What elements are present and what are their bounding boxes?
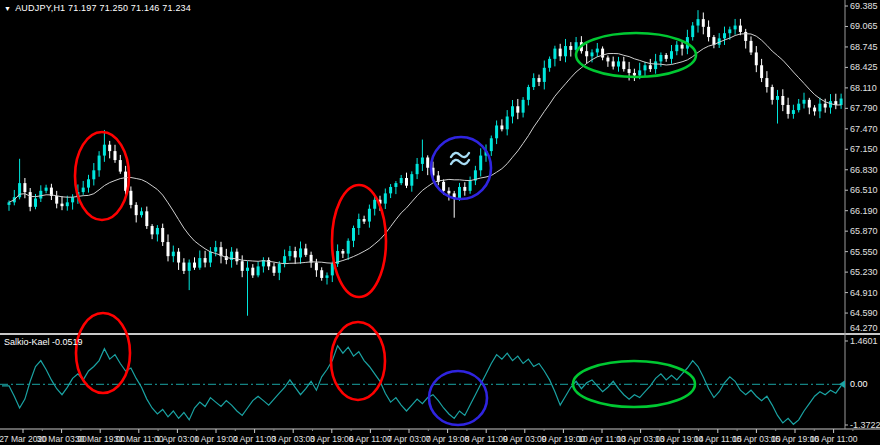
candle-body	[463, 187, 466, 191]
candle-body	[808, 100, 811, 108]
candle-body	[34, 199, 37, 207]
candle-body	[135, 205, 138, 215]
candle-body	[538, 78, 541, 82]
candle-body	[803, 100, 806, 104]
candle-body	[543, 68, 546, 82]
candle-body	[548, 59, 551, 68]
candle-body	[98, 156, 101, 171]
candle-body	[320, 270, 323, 278]
candle-body	[177, 252, 180, 263]
candle-body	[511, 106, 514, 116]
candle-body	[294, 251, 297, 257]
symbol-title-bar: ▼ AUDJPY,H1 71.197 71.250 71.146 71.234	[4, 3, 191, 13]
candle-body	[172, 252, 175, 256]
candle-body	[39, 191, 42, 199]
candle-body	[145, 211, 148, 226]
candle-body	[569, 46, 572, 50]
candle-body	[410, 174, 413, 186]
price-axis-label: 68.425	[850, 62, 878, 72]
price-axis-label: 67.470	[850, 124, 878, 134]
candle-body	[612, 61, 615, 66]
candle-body	[108, 145, 111, 151]
candle-body	[373, 200, 376, 209]
price-axis-label: 67.790	[850, 103, 878, 113]
candle-body	[728, 29, 731, 33]
collapse-triangle-icon[interactable]: ▼	[4, 4, 11, 13]
candle-body	[400, 178, 403, 183]
candle-body	[824, 104, 827, 108]
candle-body	[421, 158, 424, 164]
price-axis-label: 64.910	[850, 288, 878, 298]
candle-body	[469, 181, 472, 191]
indicator-axis-label: -1.3722	[850, 420, 880, 430]
candle-body	[416, 164, 419, 174]
time-axis-label: 7 Apr 03:00	[387, 434, 431, 444]
candle-body	[617, 61, 620, 66]
time-axis-label: 6 Apr 11:00	[349, 434, 392, 444]
time-axis-label: 3 Apr 19:00	[310, 434, 354, 444]
candle-body	[681, 45, 684, 49]
candle-body	[198, 258, 201, 268]
candle-body	[114, 151, 117, 160]
candle-body	[479, 156, 482, 171]
candle-body	[71, 197, 74, 202]
candle-body	[771, 87, 774, 100]
price-axis-label: 66.830	[850, 165, 878, 175]
time-axis-label: 1 Apr 03:00	[156, 434, 200, 444]
candle-body	[442, 182, 445, 191]
candle-body	[363, 219, 366, 222]
candle-body	[283, 256, 286, 264]
candle-body	[246, 268, 249, 271]
candle-body	[532, 78, 535, 87]
candle-body	[781, 96, 784, 105]
candle-body	[8, 202, 11, 205]
candle-body	[23, 183, 26, 192]
price-axis-label: 65.870	[850, 226, 878, 236]
candle-body	[140, 211, 143, 215]
candle-body	[606, 58, 609, 62]
candle-body	[585, 51, 588, 56]
candle-body	[156, 228, 159, 234]
candle-body	[776, 96, 779, 100]
candle-body	[665, 55, 668, 59]
candle-body	[384, 193, 387, 203]
candle-body	[341, 251, 344, 254]
candle-body	[352, 228, 355, 241]
candle-body	[707, 27, 710, 37]
candle-body	[628, 69, 631, 73]
candle-body	[760, 65, 763, 78]
candle-body	[304, 248, 307, 254]
candle-body	[691, 26, 694, 38]
candle-body	[251, 268, 254, 276]
candle-body	[55, 196, 58, 204]
candle-body	[675, 45, 678, 51]
candle-body	[723, 33, 726, 38]
candle-body	[66, 202, 69, 206]
candle-body	[45, 188, 48, 191]
candle-body	[357, 219, 360, 228]
time-axis-label: 8 Apr 11:00	[465, 434, 508, 444]
candle-body	[458, 187, 461, 199]
candle-body	[61, 204, 64, 207]
candle-body	[209, 252, 212, 263]
candle-body	[506, 117, 509, 130]
candle-body	[601, 49, 604, 58]
candle-body	[119, 160, 122, 172]
candle-body	[670, 51, 673, 59]
candle-body	[129, 191, 132, 205]
candle-body	[787, 105, 790, 114]
candle-body	[447, 191, 450, 194]
candle-body	[92, 170, 95, 179]
candle-body	[29, 192, 32, 207]
candle-body	[241, 261, 244, 271]
candle-body	[151, 226, 154, 234]
time-axis-label: 16 Apr 11:00	[810, 434, 858, 444]
candle-body	[394, 183, 397, 187]
chart-canvas[interactable]: 69.38569.06568.74568.42568.11067.79067.4…	[0, 0, 880, 445]
candle-body	[368, 209, 371, 222]
candle-body	[755, 52, 758, 65]
time-axis-label: 9 Apr 03:00	[503, 434, 547, 444]
candle-body	[516, 106, 519, 112]
candle-body	[649, 65, 652, 69]
candle-body	[654, 61, 657, 69]
